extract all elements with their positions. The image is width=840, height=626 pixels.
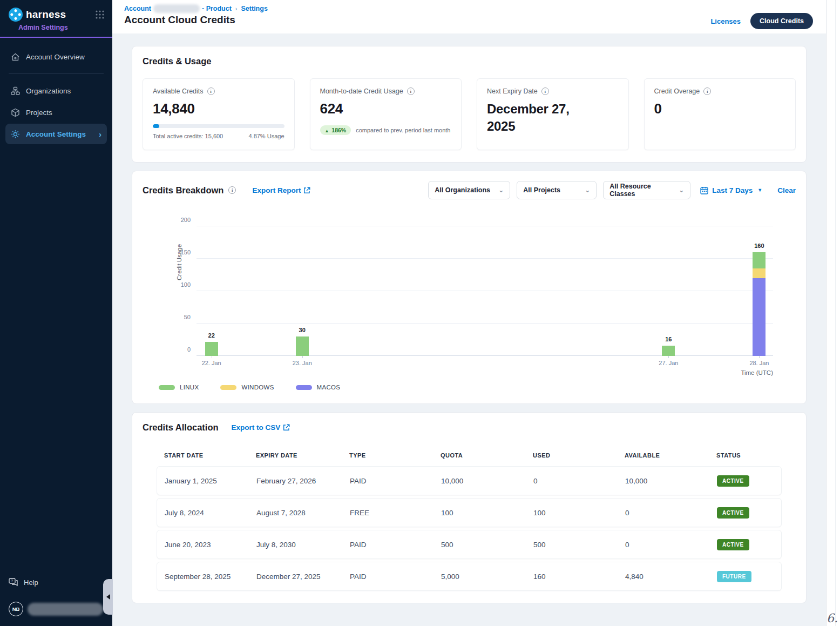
brand-row: harness xyxy=(0,0,112,22)
date-range-picker[interactable]: Last 7 Days ▼ xyxy=(700,186,762,194)
chart-bar-27Jan xyxy=(662,346,675,356)
info-icon[interactable]: i xyxy=(207,87,215,95)
user-row[interactable]: NB xyxy=(9,602,104,616)
y-tick-label: 50 xyxy=(184,314,191,320)
legend-item-windows[interactable]: WINDOWS xyxy=(220,384,274,391)
page-header: Account - Product › Settings Account Clo… xyxy=(112,0,826,33)
legend-label: WINDOWS xyxy=(241,384,274,391)
legend-label: LINUX xyxy=(180,384,199,391)
bar-segment-linux xyxy=(296,336,309,356)
export-csv-link[interactable]: Export to CSV xyxy=(232,423,290,432)
status-badge: ACTIVE xyxy=(717,475,749,487)
page-title: Account Cloud Credits xyxy=(124,14,710,26)
cube-icon xyxy=(11,108,20,117)
clear-filters-link[interactable]: Clear xyxy=(777,186,796,194)
sidebar-item-label: Account Settings xyxy=(26,130,86,138)
cell-quota: 500 xyxy=(441,541,533,549)
card-label: Next Expiry Date xyxy=(487,87,538,95)
brand-underline xyxy=(0,37,112,38)
cloud-credits-button[interactable]: Cloud Credits xyxy=(750,13,813,29)
sidebar-nav: Account Overview Organizations Projects … xyxy=(0,45,112,145)
gridline xyxy=(197,258,773,259)
column-header-status: STATUS xyxy=(716,452,774,459)
credit-overage-value: 0 xyxy=(654,100,786,117)
card-label: Available Credits xyxy=(153,87,204,95)
table-header-row: START DATEEXPIRY DATETYPEQUOTAUSEDAVAILA… xyxy=(157,452,782,459)
org-chart-icon xyxy=(11,86,20,96)
bar-segment-windows xyxy=(753,268,766,278)
next-expiry-card: Next Expiry Date i December 27, 2025 xyxy=(477,78,629,150)
organizations-filter-dropdown[interactable]: All Organizations⌄ xyxy=(428,181,510,199)
app-grid-icon[interactable] xyxy=(95,10,105,19)
brand-name: harness xyxy=(26,9,95,21)
sidebar: harness Admin Settings Account Overview … xyxy=(0,0,112,626)
calendar-icon xyxy=(700,186,708,194)
cell-start-date: June 20, 2023 xyxy=(165,541,256,549)
breadcrumb: Account - Product › Settings xyxy=(124,4,710,13)
avatar[interactable]: NB xyxy=(9,602,23,616)
external-link-icon xyxy=(303,187,310,194)
column-header-available: AVAILABLE xyxy=(625,452,716,459)
info-icon[interactable]: i xyxy=(407,87,415,95)
credits-breakdown-title: Credits Breakdown xyxy=(143,185,223,196)
gridline xyxy=(197,226,773,226)
table-body: January 1, 2025February 27, 2026PAID10,0… xyxy=(157,466,782,591)
info-icon[interactable]: i xyxy=(703,87,711,95)
legend-item-linux[interactable]: LINUX xyxy=(159,384,199,391)
credit-overage-card: Credit Overage i 0 xyxy=(644,78,796,150)
cell-quota: 10,000 xyxy=(441,477,533,485)
bar-segment-linux xyxy=(205,342,218,356)
credits-usage-panel: Credits & Usage Available Credits i 14,8… xyxy=(132,46,807,163)
available-credits-card: Available Credits i 14,840 Total active … xyxy=(143,78,295,150)
credits-progress-fill xyxy=(153,124,159,128)
table-row: June 20, 2023July 8, 2030PAID5005000ACTI… xyxy=(157,530,782,559)
info-icon[interactable]: i xyxy=(541,87,549,95)
mtd-usage-value: 624 xyxy=(320,100,452,117)
sidebar-collapse-handle[interactable] xyxy=(103,579,113,615)
cell-type: PAID xyxy=(350,541,441,549)
cell-used: 160 xyxy=(533,573,625,581)
status-badge: FUTURE xyxy=(717,571,751,582)
cell-start-date: September 28, 2025 xyxy=(165,573,256,581)
sidebar-item-organizations[interactable]: Organizations xyxy=(5,80,107,101)
breadcrumb-product[interactable]: - Product xyxy=(202,5,232,12)
x-tick-label: 28. Jan xyxy=(740,360,778,366)
licenses-link[interactable]: Licenses xyxy=(710,17,741,25)
bar-segment-linux xyxy=(753,252,766,268)
redacted-account-name xyxy=(153,4,200,13)
projects-filter-dropdown[interactable]: All Projects⌄ xyxy=(517,181,597,199)
credits-allocation-panel: Credits Allocation Export to CSV START D… xyxy=(132,412,807,603)
resource-classes-filter-dropdown[interactable]: All Resource Classes⌄ xyxy=(603,181,690,199)
card-label: Month-to-date Credit Usage xyxy=(320,87,403,95)
legend-label: MACOS xyxy=(317,384,341,391)
legend-item-macos[interactable]: MACOS xyxy=(296,384,341,391)
credits-allocation-title: Credits Allocation xyxy=(143,422,219,433)
cell-type: FREE xyxy=(350,509,441,517)
x-tick-label: 27. Jan xyxy=(649,360,687,366)
table-row: September 28, 2025December 27, 2025PAID5… xyxy=(157,562,782,591)
trend-note: compared to prev. period last month xyxy=(356,127,450,133)
bar-value-label: 22 xyxy=(195,332,228,339)
export-report-link[interactable]: Export Report xyxy=(252,186,310,194)
sidebar-item-account-settings[interactable]: Account Settings › xyxy=(5,124,107,144)
sidebar-item-projects[interactable]: Projects xyxy=(5,102,107,123)
harness-logo-icon[interactable] xyxy=(9,8,23,22)
column-header-used: USED xyxy=(533,452,625,459)
cell-expiry-date: July 8, 2030 xyxy=(256,541,350,549)
cell-used: 0 xyxy=(533,477,625,485)
cell-quota: 100 xyxy=(441,509,533,517)
scrollbar[interactable] xyxy=(826,0,840,626)
cell-available: 10,000 xyxy=(625,477,717,485)
legend-swatch xyxy=(296,385,312,390)
breadcrumb-settings[interactable]: Settings xyxy=(241,5,268,12)
breadcrumb-account[interactable]: Account xyxy=(124,5,151,12)
legend-swatch xyxy=(220,385,236,390)
help-button[interactable]: ? Help xyxy=(9,578,104,587)
available-credits-value: 14,840 xyxy=(153,100,284,117)
sidebar-item-account-overview[interactable]: Account Overview xyxy=(5,46,107,67)
bar-segment-linux xyxy=(662,346,675,356)
info-icon[interactable]: i xyxy=(228,186,236,194)
module-subtitle: Admin Settings xyxy=(0,22,112,31)
chart-legend: LINUXWINDOWSMACOS xyxy=(159,384,796,391)
table-row: January 1, 2025February 27, 2026PAID10,0… xyxy=(157,466,782,495)
